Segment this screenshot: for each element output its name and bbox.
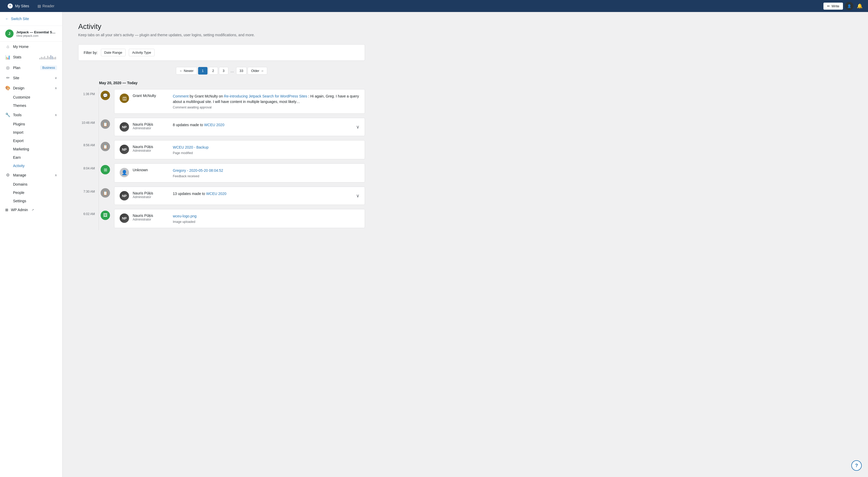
activity-meta: Feedback received — [173, 174, 360, 178]
sidebar-item-earn[interactable]: Earn — [0, 153, 62, 162]
user-role: Administrator — [133, 195, 169, 199]
page-2-button[interactable]: 2 — [209, 67, 218, 74]
sidebar-item-themes[interactable]: Themes — [0, 101, 62, 110]
activity-icon-col: 📋 — [99, 185, 112, 198]
activity-card: NP Nauris Pūķis Administrator 8 updates … — [114, 118, 365, 136]
write-icon: ✏ — [827, 4, 830, 8]
sidebar: ← Switch Site J Jetpack — Essential Secu… — [0, 12, 63, 477]
activity-description: WCEU 2020 - Backup — [173, 145, 360, 150]
sidebar-item-plugins[interactable]: Plugins — [0, 120, 62, 128]
help-button[interactable]: ? — [851, 460, 862, 471]
sidebar-item-export[interactable]: Export — [0, 136, 62, 145]
page-1-button[interactable]: 1 — [198, 67, 208, 74]
expand-button[interactable]: ∨ — [353, 124, 360, 130]
user-name: Grant McNulty — [133, 94, 169, 98]
chevron-up-icon: ∧ — [55, 86, 57, 90]
activity-list: 1:36 PM 💬 ◫ Grant McNulty Comment — [78, 87, 365, 230]
backup-link[interactable]: WCEU 2020 - Backup — [173, 145, 209, 149]
activity-action-link[interactable]: Comment — [173, 94, 189, 98]
user-info: Nauris Pūķis Administrator — [133, 122, 169, 130]
write-button[interactable]: ✏ Write — [824, 3, 843, 10]
expand-button-2[interactable]: ∨ — [353, 193, 360, 199]
user-name: Nauris Pūķis — [133, 191, 169, 195]
activity-card: NP Nauris Pūķis Administrator WCEU 2020 … — [114, 140, 365, 159]
image-link[interactable]: wceu-logo.png — [173, 214, 196, 218]
external-link-icon: ↗ — [32, 208, 34, 212]
comment-icon: 💬 — [101, 91, 110, 100]
activity-card: NP Nauris Pūķis Administrator wceu-logo.… — [114, 209, 365, 228]
svg-rect-11 — [54, 57, 55, 59]
gregory-link[interactable]: Gregory - 2020-05-20 08:04:52 — [173, 168, 223, 172]
svg-rect-10 — [52, 56, 53, 59]
user-avatar-grant: ◫ — [120, 94, 129, 103]
notifications-icon[interactable]: 🔔 — [856, 2, 864, 10]
activity-item: 7:30 AM 📋 NP Nauris Pūķis Administrator — [78, 185, 365, 207]
sidebar-item-wp-admin[interactable]: ⊞ WP Admin ↗ — [0, 205, 62, 215]
activity-icon-col: 🖼 — [99, 207, 112, 220]
page-subtitle: Keep tabs on all your site's activity — … — [78, 33, 365, 37]
svg-rect-3 — [41, 57, 42, 59]
main-content: Activity Keep tabs on all your site's ac… — [63, 12, 375, 477]
sidebar-label-plugins: Plugins — [13, 122, 25, 126]
wceu-link[interactable]: WCEU 2020 — [204, 123, 224, 127]
sidebar-item-marketing[interactable]: Marketing — [0, 145, 62, 153]
article-link[interactable]: Re-introducing Jetpack Search for WordPr… — [224, 94, 307, 98]
page-3-button[interactable]: 3 — [219, 67, 228, 74]
svg-rect-8 — [49, 57, 50, 59]
sidebar-label-activity: Activity — [13, 164, 25, 168]
svg-rect-9 — [50, 55, 51, 59]
activity-icon-col: 📋 — [99, 138, 112, 151]
sidebar-item-plan[interactable]: ◎ Plan Business — [0, 63, 62, 73]
site-url[interactable]: View jetpack.com — [16, 34, 57, 37]
user-avatar-nauris4: NP — [120, 214, 129, 223]
sidebar-item-design[interactable]: 🎨 Design ∧ — [0, 83, 62, 93]
sidebar-item-tools[interactable]: 🔧 Tools ∧ — [0, 110, 62, 120]
page-dots: … — [229, 67, 235, 74]
filter-date-range-button[interactable]: Date Range — [101, 49, 126, 56]
page-title: Activity — [78, 23, 365, 31]
activity-item: 10:48 AM 📋 NP Nauris Pūķis Administrator — [78, 116, 365, 138]
activity-content: Comment by Grant McNulty on Re-introduci… — [173, 94, 360, 109]
activity-icon-col: 📋 — [99, 116, 112, 129]
sidebar-item-my-home[interactable]: ⌂ My Home — [0, 42, 62, 52]
site-name: Jetpack — Essential Security & — [16, 30, 57, 34]
svg-rect-12 — [55, 57, 56, 59]
sidebar-item-customize[interactable]: Customize — [0, 93, 62, 101]
user-role: Administrator — [133, 149, 169, 153]
reader-icon: ▤ — [37, 4, 41, 8]
wp-admin-icon: ⊞ — [5, 208, 8, 212]
activity-time: 10:48 AM — [78, 116, 99, 125]
sidebar-item-settings[interactable]: Settings — [0, 197, 62, 205]
user-avatar-nauris2: NP — [120, 145, 129, 154]
activity-content: wceu-logo.png Image uploaded — [173, 214, 360, 224]
svg-rect-6 — [45, 58, 46, 59]
newer-button[interactable]: ← Newer — [176, 67, 197, 74]
sidebar-label-domains: Domains — [13, 182, 27, 186]
user-info: Nauris Pūķis Administrator — [133, 214, 169, 221]
my-sites-button[interactable]: W My Sites — [4, 3, 32, 9]
reader-link[interactable]: ▤ Reader — [34, 0, 58, 12]
activity-description: Comment by Grant McNulty on Re-introduci… — [173, 94, 360, 104]
activity-content: 13 updates made to WCEU 2020 — [173, 191, 350, 196]
top-nav-right: ✏ Write 👤 🔔 — [824, 2, 864, 10]
stats-icon: 📊 — [5, 55, 10, 60]
home-icon: ⌂ — [5, 44, 10, 49]
sidebar-item-manage[interactable]: ⚙ Manage ∧ — [0, 170, 62, 180]
sidebar-nav: ⌂ My Home 📊 Stats — [0, 42, 62, 215]
svg-rect-5 — [44, 56, 45, 59]
sidebar-item-domains[interactable]: Domains — [0, 180, 62, 188]
older-button[interactable]: Older → — [248, 67, 267, 74]
sidebar-item-people[interactable]: People — [0, 188, 62, 197]
sidebar-item-stats[interactable]: 📊 Stats — [0, 52, 62, 63]
sidebar-item-import[interactable]: Import — [0, 128, 62, 136]
filter-label: Filter by: — [84, 51, 98, 55]
activity-item: 6:02 AM 🖼 NP Nauris Pūķis Administrator — [78, 207, 365, 230]
page-33-button[interactable]: 33 — [236, 67, 247, 74]
sidebar-item-activity[interactable]: Activity — [0, 162, 62, 170]
user-avatar[interactable]: 👤 — [845, 2, 854, 10]
wceu-link-2[interactable]: WCEU 2020 — [206, 192, 226, 196]
update-icon: 📋 — [101, 119, 110, 129]
switch-site-button[interactable]: ← Switch Site — [0, 12, 62, 26]
sidebar-item-site[interactable]: ✏ Site ∨ — [0, 73, 62, 83]
filter-activity-type-button[interactable]: Activity Type — [129, 49, 155, 56]
